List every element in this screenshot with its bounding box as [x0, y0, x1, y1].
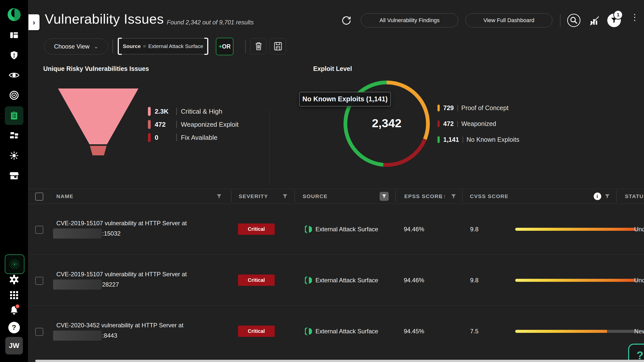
- status-cell: New: [634, 328, 644, 335]
- sidebar-item-targets[interactable]: [0, 89, 28, 101]
- sidebar-item-dashboards[interactable]: [0, 30, 28, 41]
- select-all-checkbox[interactable]: [35, 193, 43, 201]
- or-label: OR: [222, 43, 231, 50]
- panels-divider: [269, 110, 269, 184]
- funnel-panel-title: Unique Risky Vulnerabilities Issues: [43, 65, 149, 72]
- cvss-score-bar: [515, 228, 638, 231]
- severity-filter-button[interactable]: [283, 189, 288, 204]
- legend-item: 729 Proof of Concept: [437, 104, 519, 112]
- external-attack-surface-icon: [305, 276, 312, 285]
- legend-label: Weaponized: [461, 120, 496, 127]
- choose-view-label: Choose View: [54, 43, 90, 50]
- all-vulnerability-findings-button[interactable]: All Vulnerability Findings: [361, 13, 458, 27]
- severity-badge: Critical: [238, 223, 275, 235]
- sidebar-item-ai-sonar[interactable]: [5, 254, 24, 274]
- brand-logo-icon: [6, 7, 22, 22]
- vulnerability-name[interactable]: CVE-2020-3452 vulnerability at HTTP Serv…: [53, 322, 183, 341]
- exploit-panel-title: Exploit Level: [313, 65, 352, 72]
- source-filter-button-active[interactable]: [380, 189, 389, 204]
- row-checkbox[interactable]: [35, 277, 43, 285]
- sidebar-item-apps[interactable]: [0, 290, 28, 301]
- cvss-score: 9.8: [460, 277, 478, 284]
- cvss-score: 7.5: [460, 328, 478, 335]
- table-row[interactable]: CVE-2020-3452 vulnerability at HTTP Serv…: [28, 306, 644, 357]
- collapse-sidebar-button[interactable]: ›: [28, 14, 39, 30]
- column-source[interactable]: SOURCE: [303, 189, 328, 204]
- legend-value: 1,141: [443, 136, 459, 143]
- choose-view-dropdown[interactable]: Choose View ⌄: [44, 38, 108, 55]
- column-cvss-score[interactable]: CVSS SCORE: [470, 189, 509, 204]
- search-icon: [567, 13, 581, 27]
- notification-badge-dot: [15, 304, 20, 309]
- epss-filter-button[interactable]: [451, 189, 456, 204]
- name-line1: CVE-2020-3452 vulnerability at HTTP Serv…: [53, 322, 183, 329]
- bar-chart-icon: [589, 15, 600, 26]
- column-epss-score[interactable]: EPSS SCORE: [404, 189, 443, 204]
- chip-value: External Attack Surface: [148, 43, 203, 49]
- column-status[interactable]: STATUS: [625, 189, 644, 204]
- analytics-button[interactable]: [588, 14, 601, 27]
- redacted-host: [53, 229, 102, 239]
- question-icon: ?: [8, 322, 20, 333]
- refresh-button[interactable]: [339, 13, 354, 28]
- cvss-info-button[interactable]: i: [594, 189, 601, 204]
- sidebar-item-alerts[interactable]: [0, 49, 28, 61]
- user-avatar[interactable]: JW: [5, 337, 23, 354]
- funnel-stat: 2.3K Critical & High: [148, 107, 238, 116]
- save-view-button[interactable]: [270, 38, 286, 54]
- help-fab-button[interactable]: ?: [628, 344, 644, 362]
- funnel-icon: [605, 194, 610, 199]
- chevron-down-icon: ⌄: [94, 43, 98, 50]
- legend-marker: [437, 105, 440, 111]
- vulnerability-name[interactable]: CVE-2019-15107 vulnerability at HTTP Ser…: [53, 270, 187, 290]
- filter-button[interactable]: 1: [607, 14, 621, 27]
- name-port: 28227: [102, 281, 119, 288]
- stat-label: Critical & High: [181, 108, 222, 115]
- horizontal-scrollbar[interactable]: [35, 360, 644, 362]
- kebab-menu-button[interactable]: ⋮: [630, 16, 639, 19]
- status-cell: Under Investigation: [634, 277, 644, 284]
- table-row[interactable]: CVE-2019-15107 vulnerability at HTTP Ser…: [28, 204, 644, 255]
- search-button[interactable]: [567, 13, 581, 28]
- sidebar-item-modules[interactable]: [0, 130, 28, 141]
- source-label: External Attack Surface: [315, 328, 378, 335]
- epss-score: 94.45%: [404, 328, 424, 335]
- status-cell: Under Investigation: [634, 226, 644, 233]
- column-name[interactable]: NAME: [56, 189, 73, 204]
- sidebar-item-vulnerabilities-active[interactable]: [5, 106, 23, 125]
- stat-label: Fix Available: [181, 134, 218, 142]
- legend-label: Proof of Concept: [461, 104, 509, 112]
- sidebar-item-help[interactable]: ?: [0, 322, 28, 333]
- epss-score: 94.46%: [404, 226, 424, 233]
- donut-tooltip: No Known Exploits (1,141): [299, 92, 391, 106]
- filter-divider: [112, 39, 113, 53]
- epss-sort-button[interactable]: ↓↑: [440, 189, 446, 204]
- cvss-filter-button[interactable]: [605, 189, 610, 204]
- redacted-host: [53, 280, 102, 290]
- sidebar-item-notifications[interactable]: [0, 305, 28, 317]
- delete-filters-button[interactable]: [250, 38, 267, 54]
- name-line1: CVE-2019-15107 vulnerability at HTTP Ser…: [53, 270, 187, 278]
- filter-chip-source[interactable]: Source = External Attack Surface: [119, 38, 207, 54]
- donut-center-total: 2,342: [341, 116, 432, 130]
- name-filter-button[interactable]: [217, 189, 222, 204]
- view-full-dashboard-button[interactable]: View Full Dashboard: [465, 13, 552, 27]
- sort-asc-icon: ↑: [443, 193, 447, 200]
- sidebar-item-threats[interactable]: [0, 150, 28, 162]
- legend-marker: [437, 120, 440, 127]
- info-icon: i: [594, 193, 601, 200]
- severity-badge: Critical: [238, 275, 275, 286]
- table-row[interactable]: CVE-2019-15107 vulnerability at HTTP Ser…: [28, 255, 644, 306]
- row-checkbox[interactable]: [35, 328, 43, 336]
- storefront-icon: [9, 171, 19, 180]
- add-or-filter-button[interactable]: +OR: [216, 38, 233, 55]
- risk-funnel-chart[interactable]: [58, 88, 139, 159]
- sidebar-item-visibility[interactable]: [0, 70, 28, 81]
- column-severity[interactable]: SEVERITY: [239, 189, 268, 204]
- chip-right-bracket: [204, 38, 208, 55]
- sidebar-item-marketplace[interactable]: [0, 170, 28, 181]
- sidebar-item-logo[interactable]: [0, 7, 28, 23]
- vulnerability-name[interactable]: CVE-2019-15107 vulnerability at HTTP Ser…: [53, 219, 187, 239]
- sidebar-item-settings[interactable]: [0, 274, 28, 285]
- row-checkbox[interactable]: [35, 226, 43, 234]
